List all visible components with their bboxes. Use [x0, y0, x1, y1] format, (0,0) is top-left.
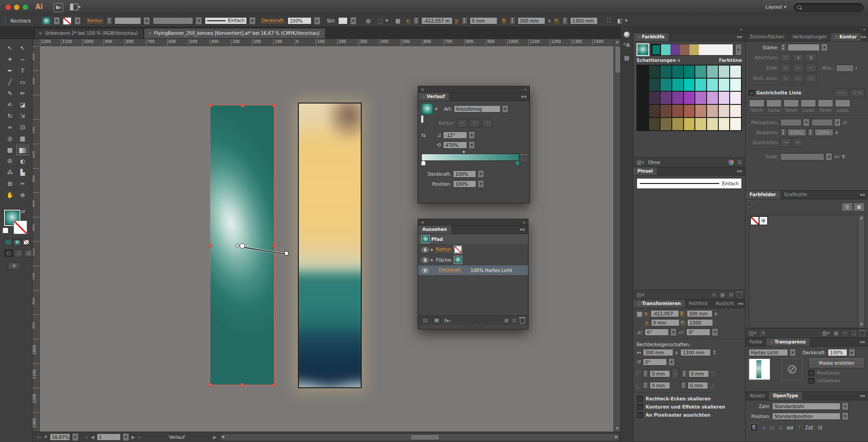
scroll-down-icon[interactable]: ▼ — [614, 426, 621, 432]
collapse-panel-icon[interactable]: « — [524, 87, 527, 92]
scale-start-field[interactable]: 100% — [788, 129, 806, 136]
dash-gap-input[interactable] — [783, 99, 799, 107]
transform-w-field[interactable]: 300 mm — [687, 310, 712, 317]
rotate-field[interactable]: 0° — [645, 329, 668, 336]
color-variation-swatch[interactable] — [730, 65, 741, 78]
tab-gradient[interactable]: ◇Verlauf — [418, 93, 449, 101]
reverse-gradient-icon[interactable]: ⇆ — [421, 132, 435, 138]
shear-field[interactable]: 0° — [686, 329, 710, 336]
gradient-opacity-dropdown[interactable]: ▼ — [477, 170, 484, 178]
harmony-rules-dropdown[interactable]: ▼ — [735, 44, 742, 56]
scale-end-stepper[interactable]: ▲▼ — [807, 128, 813, 136]
new-fill-icon[interactable]: ■ — [433, 317, 440, 324]
color-variation-swatch[interactable] — [684, 91, 695, 104]
tab-artboards[interactable]: Zeichenflächen — [745, 33, 788, 41]
close-panel-icon[interactable]: × — [421, 220, 425, 225]
color-variation-swatch[interactable] — [695, 78, 707, 91]
weight-field[interactable] — [788, 44, 819, 51]
rect-angle-field[interactable]: 0° — [643, 358, 666, 366]
color-variation-swatch[interactable] — [684, 78, 695, 91]
swatch-scrollbar[interactable]: ▲ ▼ — [858, 215, 864, 328]
kuler-panel-icon[interactable] — [624, 32, 630, 38]
shape-builder-tool[interactable]: ◎ — [4, 133, 16, 144]
stroke-color-dropdown[interactable]: ▼ — [74, 17, 81, 25]
color-variation-swatch[interactable] — [637, 104, 649, 118]
miter-limit-field[interactable] — [836, 65, 853, 72]
tab-swatches[interactable]: Farbfelder — [745, 191, 780, 199]
brush-options-icon[interactable]: ▣ — [720, 292, 725, 298]
vertical-ruler[interactable]: 2001000100200300400500600700800900100011… — [33, 46, 40, 432]
tab-brushes[interactable]: Pinsel — [633, 167, 657, 175]
new-stroke-icon[interactable]: □ — [421, 317, 429, 324]
minimize-window-button[interactable] — [14, 5, 19, 10]
mesh-tool[interactable]: ▩ — [4, 144, 16, 155]
visibility-eye-icon[interactable] — [422, 258, 429, 263]
color-variation-swatch[interactable] — [695, 104, 707, 118]
show-swatch-kinds-icon[interactable]: ▦▾ — [822, 330, 830, 336]
tab-opentype[interactable]: OpenType — [769, 392, 802, 400]
gradient-stop-end[interactable] — [515, 160, 520, 166]
color-variation-swatch[interactable] — [660, 65, 672, 78]
paintbrush-tool[interactable]: ✎ — [4, 88, 16, 99]
opacity-dropdown[interactable]: ▶ — [314, 17, 321, 25]
y-stepper[interactable]: ▲▼ — [462, 17, 467, 25]
position-field[interactable]: Standardposition — [772, 413, 840, 420]
gradient-annotator-center[interactable] — [240, 243, 245, 249]
reference-point-locator[interactable]: ▦ — [637, 310, 642, 317]
style-field[interactable] — [338, 17, 347, 24]
color-variation-swatch[interactable] — [660, 91, 672, 104]
color-variation-swatch[interactable] — [649, 118, 660, 131]
placed-banner-image[interactable] — [298, 103, 362, 388]
opentype-feature-button[interactable]: st — [769, 424, 774, 431]
corner-tr-icon[interactable] — [710, 372, 714, 376]
fill-color-dropdown[interactable]: ▼ — [53, 17, 60, 25]
close-window-button[interactable] — [5, 5, 11, 10]
column-graph-tool[interactable]: ▙ — [16, 167, 29, 178]
x-link[interactable]: x: — [406, 18, 410, 24]
none-fill-button[interactable] — [22, 239, 30, 246]
brush-definition-field[interactable]: Einfach — [205, 17, 246, 24]
weight-dropdown[interactable]: ▼ — [821, 43, 828, 52]
gradient-type-field[interactable]: Kreisförmig — [454, 105, 500, 113]
stroke-along-button[interactable]: ⌐ — [469, 119, 480, 127]
stroke-weight-stepper[interactable]: ▲▼ — [106, 17, 112, 25]
color-variation-swatch[interactable] — [672, 118, 684, 131]
magic-wand-tool[interactable]: ✶ — [4, 54, 16, 65]
tab-transform[interactable]: ◇Transformieren — [633, 300, 685, 308]
color-variation-swatch[interactable] — [672, 104, 684, 118]
stroke-across-button[interactable]: ⌐ — [482, 119, 493, 127]
opentype-feature-button[interactable]: 1st — [804, 424, 813, 431]
pen-tool[interactable]: ✒ — [4, 65, 16, 76]
opentype-feature-button[interactable]: ½ — [817, 424, 822, 431]
dash-gap-input[interactable] — [818, 99, 833, 107]
duplicate-item-icon[interactable]: ⧉ — [512, 317, 516, 324]
color-variation-swatch[interactable] — [672, 78, 684, 91]
collapse-panel-icon[interactable]: « — [523, 220, 525, 225]
swatch-libraries-icon[interactable]: ▤▾ — [749, 330, 756, 336]
slice-tool[interactable]: ✂ — [16, 178, 29, 189]
gradient-aspect-field[interactable]: 470% — [443, 141, 467, 149]
list-view-button[interactable]: ☰ — [841, 202, 853, 212]
height-field[interactable]: 1300 mm — [570, 17, 597, 24]
gradient-preview-swatch[interactable] — [421, 103, 433, 115]
color-variation-swatch[interactable] — [730, 104, 741, 118]
dash-gap-input[interactable] — [766, 99, 782, 107]
bridge-button[interactable]: Br — [53, 3, 63, 12]
next-artboard-icon[interactable]: ▶ — [132, 434, 135, 440]
lasso-tool[interactable]: ∽ — [16, 54, 29, 65]
selection-handle[interactable] — [241, 383, 244, 386]
search-input[interactable] — [794, 3, 863, 12]
scale-tool[interactable]: ⇲ — [16, 110, 29, 122]
arrowhead-end-dropdown[interactable]: ▼ — [834, 118, 841, 127]
export-icon[interactable]: ↗ — [43, 434, 47, 440]
flip-across-icon[interactable]: ▼ — [841, 154, 845, 160]
panel-menu-icon[interactable]: ▾≡ — [860, 392, 868, 400]
constrain-rect-icon[interactable]: ∞ — [674, 350, 679, 354]
transform-icon[interactable]: ⛶ — [607, 18, 611, 24]
width-stepper[interactable]: ▲▼ — [509, 17, 515, 25]
y-link[interactable]: y: — [455, 18, 459, 24]
figure-field[interactable]: Standardzahl — [772, 403, 840, 410]
preserve-dashes-button[interactable]: ⌐¬ — [834, 89, 849, 97]
align-outside-button[interactable]: ∟ — [806, 74, 816, 83]
corner-tr-stepper[interactable]: ▲▼ — [681, 370, 687, 378]
